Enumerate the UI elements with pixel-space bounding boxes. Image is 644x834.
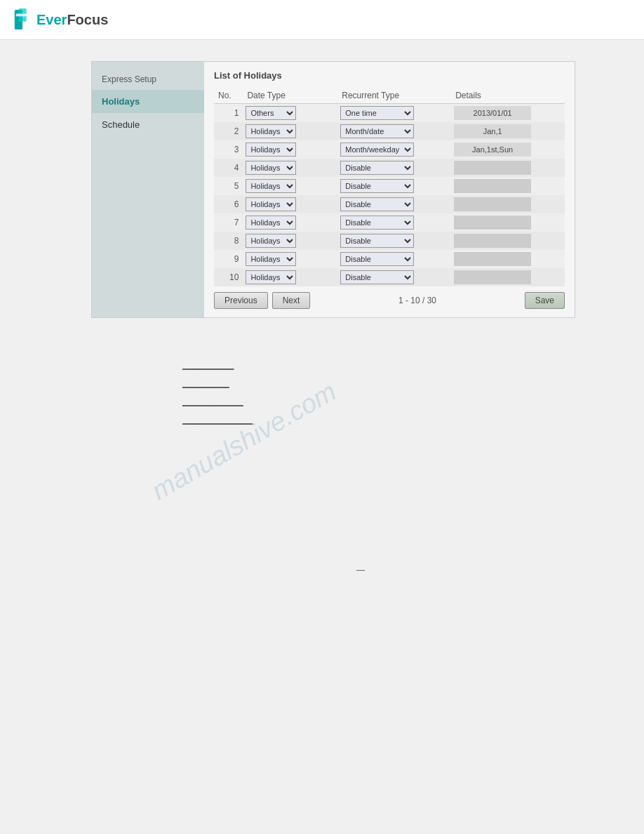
row-details[interactable] (451, 195, 565, 213)
row-details[interactable] (451, 213, 565, 232)
recurrent-type-select[interactable]: DisableOne timeMonth/dateMonth/weekday (340, 197, 414, 211)
previous-button[interactable]: Previous (214, 292, 268, 309)
table-row: 8OthersHolidaysDisableOne timeMonth/date… (214, 232, 565, 250)
recurrent-type-select[interactable]: DisableOne timeMonth/dateMonth/weekday (340, 106, 414, 120)
sidebar-item-schedule[interactable]: Schedule (92, 113, 204, 136)
row-details[interactable] (451, 177, 565, 195)
details-input[interactable] (454, 216, 531, 230)
recurrent-type-select[interactable]: DisableOne timeMonth/dateMonth/weekday (340, 216, 414, 230)
details-input[interactable] (454, 197, 531, 211)
row-date-type[interactable]: OthersHolidays (243, 250, 337, 268)
row-date-type[interactable]: OthersHolidays (243, 159, 337, 177)
sidebar-title: Express Setup (92, 69, 204, 90)
col-header-date-type: Date Type (243, 88, 337, 104)
content-area: List of Holidays No. Date Type Recurrent… (204, 62, 575, 317)
details-input[interactable] (454, 179, 531, 193)
date-type-select[interactable]: OthersHolidays (246, 216, 296, 230)
section-title: List of Holidays (214, 70, 565, 81)
row-number: 8 (214, 232, 243, 250)
row-date-type[interactable]: OthersHolidays (243, 213, 337, 232)
row-number: 7 (214, 213, 243, 232)
details-input[interactable] (454, 252, 531, 266)
date-type-select[interactable]: OthersHolidays (246, 106, 296, 120)
svg-rect-2 (16, 14, 27, 17)
date-type-select[interactable]: OthersHolidays (246, 179, 296, 193)
row-recurrent-type[interactable]: DisableOne timeMonth/dateMonth/weekday (337, 159, 451, 177)
col-header-recurrent: Recurrent Type (337, 88, 451, 104)
sidebar: Express Setup Holidays Schedule (92, 62, 204, 317)
row-details[interactable] (451, 122, 565, 140)
row-date-type[interactable]: OthersHolidays (243, 104, 337, 123)
row-date-type[interactable]: OthersHolidays (243, 177, 337, 195)
next-button[interactable]: Next (272, 292, 311, 309)
date-type-select[interactable]: OthersHolidays (246, 161, 296, 175)
row-number: 9 (214, 250, 243, 268)
row-number: 6 (214, 195, 243, 213)
details-input[interactable] (454, 234, 531, 248)
bottom-link-1[interactable]: ___________ (182, 360, 630, 370)
row-number: 1 (214, 104, 243, 123)
row-recurrent-type[interactable]: DisableOne timeMonth/dateMonth/weekday (337, 213, 451, 232)
row-date-type[interactable]: OthersHolidays (243, 195, 337, 213)
table-row: 9OthersHolidaysDisableOne timeMonth/date… (214, 250, 565, 268)
save-button[interactable]: Save (525, 292, 565, 309)
row-recurrent-type[interactable]: DisableOne timeMonth/dateMonth/weekday (337, 140, 451, 159)
holiday-table: No. Date Type Recurrent Type Details 1Ot… (214, 88, 565, 286)
row-details[interactable] (451, 159, 565, 177)
row-details[interactable] (451, 104, 565, 123)
recurrent-type-select[interactable]: DisableOne timeMonth/dateMonth/weekday (340, 124, 414, 138)
row-details[interactable] (451, 140, 565, 159)
date-type-select[interactable]: OthersHolidays (246, 234, 296, 248)
row-recurrent-type[interactable]: DisableOne timeMonth/dateMonth/weekday (337, 104, 451, 123)
row-date-type[interactable]: OthersHolidays (243, 122, 337, 140)
details-input[interactable] (454, 270, 531, 284)
row-date-type[interactable]: OthersHolidays (243, 268, 337, 286)
recurrent-type-select[interactable]: DisableOne timeMonth/dateMonth/weekday (340, 179, 414, 193)
details-input[interactable] (454, 124, 531, 138)
row-recurrent-type[interactable]: DisableOne timeMonth/dateMonth/weekday (337, 268, 451, 286)
header: EverFocus (0, 0, 644, 40)
table-row: 6OthersHolidaysDisableOne timeMonth/date… (214, 195, 565, 213)
row-number: 5 (214, 177, 243, 195)
panel: Express Setup Holidays Schedule List of … (91, 61, 575, 318)
row-number: 3 (214, 140, 243, 159)
table-row: 7OthersHolidaysDisableOne timeMonth/date… (214, 213, 565, 232)
details-input[interactable] (454, 161, 531, 175)
everfocus-logo-icon (14, 8, 34, 31)
bottom-link-2[interactable]: __________ (182, 378, 630, 388)
logo: EverFocus (14, 8, 108, 31)
recurrent-type-select[interactable]: DisableOne timeMonth/dateMonth/weekday (340, 161, 414, 175)
row-recurrent-type[interactable]: DisableOne timeMonth/dateMonth/weekday (337, 250, 451, 268)
pagination-info: 1 - 10 / 30 (398, 296, 436, 305)
bottom-link-4[interactable]: _______________ (182, 415, 630, 425)
row-recurrent-type[interactable]: DisableOne timeMonth/dateMonth/weekday (337, 195, 451, 213)
row-date-type[interactable]: OthersHolidays (243, 140, 337, 159)
row-recurrent-type[interactable]: DisableOne timeMonth/dateMonth/weekday (337, 177, 451, 195)
page-number: — (91, 565, 630, 575)
row-recurrent-type[interactable]: DisableOne timeMonth/dateMonth/weekday (337, 232, 451, 250)
row-details[interactable] (451, 250, 565, 268)
main-content: manualshive.com Express Setup Holidays S… (0, 40, 644, 589)
recurrent-type-select[interactable]: DisableOne timeMonth/dateMonth/weekday (340, 252, 414, 266)
row-date-type[interactable]: OthersHolidays (243, 232, 337, 250)
sidebar-item-holidays[interactable]: Holidays (92, 90, 204, 113)
details-input[interactable] (454, 106, 531, 120)
table-row: 2OthersHolidaysDisableOne timeMonth/date… (214, 122, 565, 140)
recurrent-type-select[interactable]: DisableOne timeMonth/dateMonth/weekday (340, 234, 414, 248)
table-row: 3OthersHolidaysDisableOne timeMonth/date… (214, 140, 565, 159)
row-recurrent-type[interactable]: DisableOne timeMonth/dateMonth/weekday (337, 122, 451, 140)
date-type-select[interactable]: OthersHolidays (246, 124, 296, 138)
row-details[interactable] (451, 268, 565, 286)
bottom-link-3[interactable]: _____________ (182, 397, 630, 406)
table-row: 5OthersHolidaysDisableOne timeMonth/date… (214, 177, 565, 195)
date-type-select[interactable]: OthersHolidays (246, 252, 296, 266)
date-type-select[interactable]: OthersHolidays (246, 270, 296, 284)
recurrent-type-select[interactable]: DisableOne timeMonth/dateMonth/weekday (340, 143, 414, 157)
recurrent-type-select[interactable]: DisableOne timeMonth/dateMonth/weekday (340, 270, 414, 284)
date-type-select[interactable]: OthersHolidays (246, 197, 296, 211)
table-row: 1OthersHolidaysDisableOne timeMonth/date… (214, 104, 565, 123)
row-number: 4 (214, 159, 243, 177)
row-details[interactable] (451, 232, 565, 250)
date-type-select[interactable]: OthersHolidays (246, 143, 296, 157)
details-input[interactable] (454, 143, 531, 157)
